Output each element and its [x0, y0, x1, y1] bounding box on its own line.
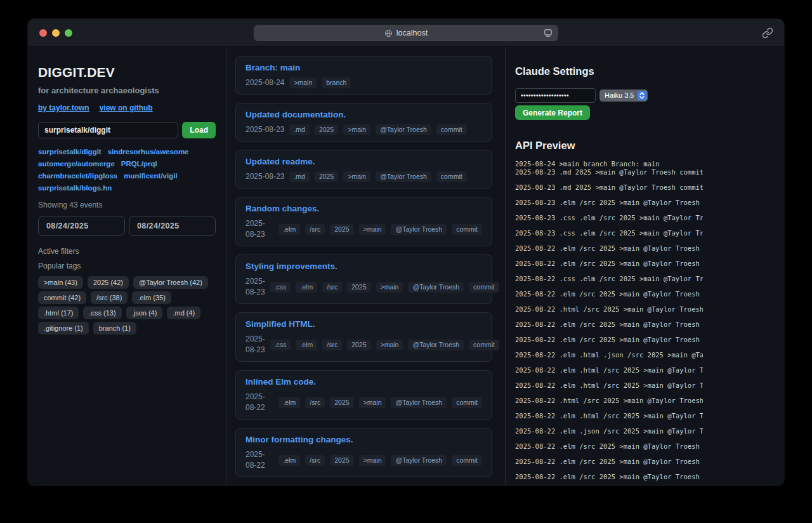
event-tag[interactable]: @Taylor Troesh: [408, 282, 464, 293]
event-tag[interactable]: branch: [322, 77, 351, 88]
api-preview-line: 2025-08-22 .elm .html /src 2025 >main @T…: [515, 381, 703, 390]
repo-link[interactable]: surprisetalk/diggit: [38, 147, 102, 157]
date-end-input[interactable]: [129, 216, 216, 236]
popular-tag-button[interactable]: .css (13): [83, 307, 121, 319]
event-title-link[interactable]: Inlined Elm code.: [246, 376, 316, 387]
address-bar[interactable]: localhost: [254, 25, 558, 41]
event-tag[interactable]: commit: [469, 340, 499, 350]
repo-link[interactable]: sindresorhus/awesome: [108, 147, 189, 157]
event-tag[interactable]: .elm: [278, 455, 300, 466]
event-title-link[interactable]: Updated documentation.: [246, 109, 346, 120]
event-title-link[interactable]: Minor formatting changes.: [246, 434, 353, 445]
api-preview-line: 2025-08-22 .elm /src 2025 >main @Taylor …: [515, 473, 703, 481]
event-tag[interactable]: @Taylor Troesh: [391, 224, 447, 235]
event-date: 2025-08-22: [246, 449, 273, 471]
event-tag[interactable]: 2025: [330, 397, 353, 408]
event-tag[interactable]: @Taylor Troesh: [408, 340, 464, 350]
event-meta: 2025-08-23.elm/src2025>main@Taylor Troes…: [246, 218, 482, 240]
author-links: by taylor.town view on github: [38, 103, 216, 112]
event-tag[interactable]: /src: [322, 282, 342, 293]
link-icon[interactable]: [762, 27, 773, 41]
popular-tag-button[interactable]: >main (43): [38, 276, 83, 289]
event-tag[interactable]: /src: [305, 397, 325, 408]
repo-link[interactable]: charmbracelet/lipgloss: [38, 171, 117, 182]
repo-link[interactable]: surprisetalk/blogs.hn: [38, 183, 112, 194]
popular-tag-button[interactable]: commit (42): [38, 291, 86, 304]
browser-toolbar: localhost: [28, 19, 784, 47]
event-title-link[interactable]: Branch: main: [246, 62, 300, 73]
popular-tag-button[interactable]: @Taylor Troesh (42): [133, 276, 208, 289]
event-tag[interactable]: .md: [289, 171, 310, 182]
event-date: 2025-08-23: [246, 218, 273, 240]
event-tag[interactable]: >main: [359, 224, 386, 235]
event-tag[interactable]: @Taylor Troesh: [391, 455, 447, 466]
repo-link[interactable]: automerge/automerge: [38, 159, 115, 169]
claude-settings-row: Haiku 3.5: [515, 88, 784, 103]
event-tag[interactable]: .css: [270, 340, 291, 350]
event-tag[interactable]: .elm: [278, 397, 300, 408]
generate-report-button[interactable]: Generate Report: [515, 105, 590, 120]
event-tag[interactable]: 2025: [315, 171, 338, 182]
popular-tag-button[interactable]: .elm (35): [132, 291, 171, 304]
date-start-input[interactable]: [38, 216, 125, 236]
event-tag[interactable]: >main: [376, 340, 403, 350]
popular-tags-list: >main (43)2025 (42)@Taylor Troesh (42)co…: [38, 276, 216, 334]
event-tag[interactable]: commit: [436, 124, 467, 135]
api-preview-line: 2025-08-22 .elm /src 2025 >main @Taylor …: [515, 442, 703, 451]
author-link[interactable]: by taylor.town: [38, 103, 89, 112]
event-tag[interactable]: .elm: [296, 282, 317, 293]
minimize-button[interactable]: [52, 29, 60, 37]
event-tag[interactable]: @Taylor Troesh: [376, 124, 431, 135]
load-button[interactable]: Load: [182, 122, 216, 138]
event-tag[interactable]: >main: [359, 455, 386, 466]
event-tag[interactable]: >main: [359, 397, 386, 408]
repo-input[interactable]: [38, 122, 178, 138]
event-tag[interactable]: 2025: [347, 282, 370, 293]
event-tag[interactable]: >main: [343, 171, 370, 182]
repo-link[interactable]: munificent/vigil: [124, 171, 177, 182]
close-button[interactable]: [39, 29, 47, 37]
event-title-link[interactable]: Styling improvements.: [246, 261, 337, 272]
popular-tag-button[interactable]: .json (4): [126, 307, 163, 319]
event-tag[interactable]: @Taylor Troesh: [376, 171, 431, 182]
popular-tag-button[interactable]: branch (1): [93, 322, 136, 334]
popular-tag-button[interactable]: /src (38): [91, 291, 128, 304]
popular-tag-button[interactable]: .gitignore (1): [38, 322, 89, 334]
model-select[interactable]: Haiku 3.5: [599, 89, 648, 102]
event-tag[interactable]: /src: [305, 224, 325, 235]
event-tag[interactable]: commit: [436, 171, 467, 182]
event-tag[interactable]: 2025: [330, 455, 353, 466]
event-tag[interactable]: commit: [452, 224, 482, 235]
event-title-link[interactable]: Simplified HTML.: [246, 319, 315, 329]
popular-tag-button[interactable]: 2025 (42): [88, 276, 129, 289]
event-tag[interactable]: commit: [452, 455, 482, 466]
event-tag[interactable]: >main: [376, 282, 403, 293]
api-preview-line: 2025-08-22 .elm /src 2025 >main @Taylor …: [515, 244, 703, 253]
event-meta: 2025-08-24>mainbranch: [246, 77, 482, 88]
event-tag[interactable]: 2025: [330, 224, 353, 235]
event-tag[interactable]: .elm: [296, 340, 317, 350]
event-date: 2025-08-23: [246, 124, 284, 135]
event-title-link[interactable]: Random changes.: [246, 203, 319, 214]
event-tag[interactable]: /src: [322, 340, 342, 350]
repo-link[interactable]: PRQL/prql: [121, 159, 157, 169]
popular-tag-button[interactable]: .html (17): [38, 307, 79, 319]
popular-tag-button[interactable]: .md (4): [167, 307, 200, 319]
github-link[interactable]: view on github: [100, 103, 153, 112]
event-tag[interactable]: .elm: [278, 224, 300, 235]
event-tag[interactable]: @Taylor Troesh: [391, 397, 447, 408]
event-tag[interactable]: .md: [289, 124, 310, 135]
event-title-link[interactable]: Updated readme.: [246, 156, 315, 167]
event-tag[interactable]: commit: [469, 282, 499, 293]
event-tag[interactable]: 2025: [347, 340, 370, 350]
zoom-button[interactable]: [65, 29, 72, 37]
api-key-input[interactable]: [515, 88, 596, 103]
event-tag[interactable]: commit: [452, 397, 482, 408]
page-content: DIGGIT.DEV for architecture archaeologis…: [28, 47, 784, 485]
event-tag[interactable]: .css: [270, 282, 291, 293]
event-tag[interactable]: >main: [289, 77, 317, 88]
event-tag[interactable]: 2025: [315, 124, 338, 135]
event-tag[interactable]: /src: [305, 455, 325, 466]
event-tag[interactable]: >main: [343, 124, 370, 135]
reader-view-icon[interactable]: [543, 28, 553, 38]
